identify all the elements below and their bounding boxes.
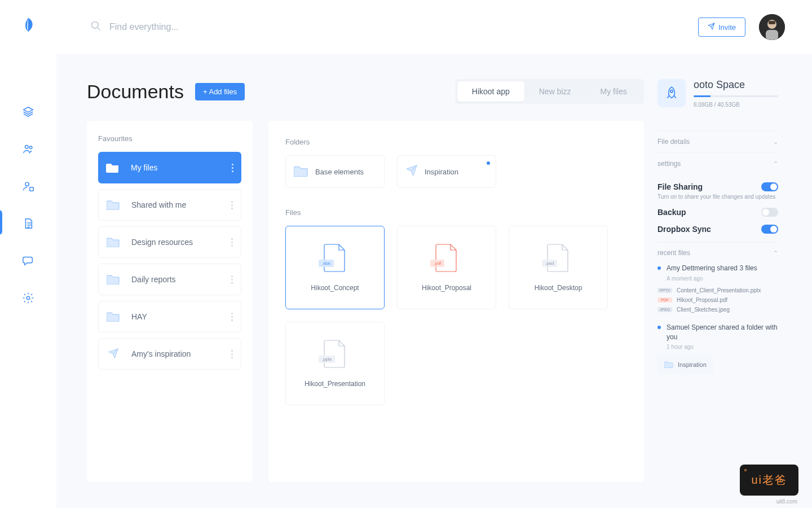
storage-usage: 8.08GB / 40.53GB (694, 102, 778, 108)
more-icon[interactable] (232, 164, 233, 172)
file-label: Hikoot_Proposal (422, 284, 471, 292)
fav-amys-inspiration[interactable]: Amy's inspiration (98, 338, 241, 370)
fav-my-files[interactable]: My files (98, 152, 241, 183)
fav-shared[interactable]: Shared with me (98, 189, 241, 221)
fav-label: Shared with me (131, 200, 231, 209)
add-files-button[interactable]: + Add files (195, 83, 245, 100)
main-frame: Invite Documents + Add files Hikoot app … (56, 0, 812, 508)
tab-hikoot-app[interactable]: Hikoot app (457, 81, 524, 102)
folder-icon (664, 360, 673, 369)
doc-icon: .psd (546, 243, 570, 273)
svg-rect-3 (30, 187, 33, 191)
fav-design-resources[interactable]: Design resources (98, 226, 241, 258)
recent-file[interactable]: pdfHikoot_Proposal.pdf (657, 297, 778, 303)
app-logo (17, 16, 39, 37)
nav-documents-icon[interactable] (21, 217, 35, 230)
toggle-backup[interactable] (761, 208, 778, 217)
recent-folder-chip[interactable]: Inspiration (657, 356, 713, 374)
folder-base-elements[interactable]: Base elements (285, 155, 385, 188)
folder-icon (107, 310, 122, 323)
folder-icon (107, 199, 122, 211)
recent-title: Amy Dettmering shared 3 files (667, 264, 757, 273)
folder-inspiration[interactable]: Inspiration (397, 155, 496, 188)
recent-title: Samuel Spencer shared a folder with you (667, 323, 778, 342)
file-label: Hikoot_Concept (311, 284, 359, 292)
accordion-label: recent files (657, 249, 690, 257)
fav-hay[interactable]: HAY (98, 301, 241, 332)
file-hikoot-proposal[interactable]: .pdf Hikoot_Proposal (397, 226, 496, 309)
accordion-label: settings (657, 160, 681, 168)
search-icon (90, 20, 102, 34)
fav-label: Amy's inspiration (131, 349, 231, 358)
svg-point-1 (29, 146, 32, 149)
invite-label: Invite (718, 23, 736, 32)
file-hikoot-presentation[interactable]: .pptx Hikoot_Presentation (285, 322, 385, 405)
files-grid: .doc Hikoot_Concept .pdf Hikoot_Proposal (285, 226, 627, 405)
tab-my-files[interactable]: My files (586, 81, 642, 102)
setting-title: File Sharing (657, 182, 703, 191)
tab-new-bizz[interactable]: New bizz (524, 81, 586, 102)
more-icon[interactable] (231, 238, 233, 247)
more-icon[interactable] (231, 313, 233, 321)
toggle-file-sharing[interactable] (761, 182, 778, 191)
file-hikoot-desktop[interactable]: .psd Hikoot_Desktop (509, 226, 608, 309)
topbar: Invite (56, 0, 812, 54)
nav-items (21, 105, 35, 305)
accordion-settings[interactable]: settings ⌃ (657, 152, 778, 174)
recent-file[interactable]: pptxContent_Client_Presentation.pptx (657, 287, 778, 294)
recent-file-name: Client_Sketches.jpeg (677, 306, 730, 313)
svg-point-4 (27, 296, 30, 300)
folders-label: Folders (285, 138, 627, 146)
storage-progress (694, 95, 778, 97)
favourites-label: Favourites (98, 134, 241, 143)
svg-rect-9 (769, 21, 775, 24)
folder-icon (294, 164, 308, 179)
toggle-dropbox[interactable] (761, 225, 778, 234)
page-title: Documents (87, 81, 184, 103)
avatar[interactable] (759, 14, 785, 40)
nav-layers-icon[interactable] (21, 105, 35, 119)
doc-icon: .pptx (323, 339, 347, 369)
files-label: Files (285, 208, 627, 217)
columns: Favourites My files Shared with me Desig… (87, 121, 644, 482)
watermark-url: uii8.com (776, 498, 797, 505)
ext-badge: jpeg (657, 307, 672, 312)
chevron-up-icon: ⌃ (773, 249, 778, 257)
storage-card: ooto Space 8.08GB / 40.53GB (657, 79, 778, 108)
recent-file[interactable]: jpegClient_Sketches.jpeg (657, 306, 778, 313)
nav-rail (0, 0, 56, 508)
more-icon[interactable] (231, 350, 233, 358)
svg-rect-8 (766, 30, 778, 40)
ext-badge: pdf (657, 297, 672, 303)
watermark: ui老爸 (740, 465, 798, 496)
nav-team-icon[interactable] (21, 142, 35, 156)
nav-user-add-icon[interactable] (21, 179, 35, 193)
favourites-panel: Favourites My files Shared with me Desig… (87, 121, 253, 482)
setting-dropbox: Dropbox Sync (657, 225, 778, 234)
nav-settings-icon[interactable] (21, 291, 35, 305)
nav-active-indicator (0, 210, 2, 235)
svg-point-2 (25, 182, 29, 186)
nav-chat-icon[interactable] (21, 254, 35, 268)
recent-file-name: Hikoot_Proposal.pdf (677, 297, 727, 303)
svg-point-0 (25, 146, 29, 149)
folders-row: Base elements Inspiration (285, 155, 627, 188)
invite-button[interactable]: Invite (698, 17, 745, 37)
file-hikoot-concept[interactable]: .doc Hikoot_Concept (285, 226, 385, 309)
accordion-recent-files[interactable]: recent files ⌃ (657, 242, 778, 264)
accordion-file-details[interactable]: File details ⌄ (657, 130, 778, 152)
fav-daily-reports[interactable]: Daily reports (98, 264, 241, 295)
main-area: Documents + Add files Hikoot app New biz… (87, 79, 644, 508)
recent-item: Samuel Spencer shared a folder with you … (657, 323, 778, 374)
svg-point-10 (670, 90, 673, 93)
folder-icon (107, 236, 122, 248)
chevron-up-icon: ⌃ (773, 160, 778, 168)
tabs: Hikoot app New bizz My files (455, 79, 644, 104)
more-icon[interactable] (231, 275, 233, 284)
more-icon[interactable] (231, 201, 233, 209)
ext-badge: .pdf (430, 260, 444, 267)
files-panel: Folders Base elements Inspiration Files (268, 121, 644, 482)
storage-title: ooto Space (694, 79, 778, 91)
search-input[interactable] (109, 22, 256, 32)
storage-progress-fill (694, 95, 710, 97)
